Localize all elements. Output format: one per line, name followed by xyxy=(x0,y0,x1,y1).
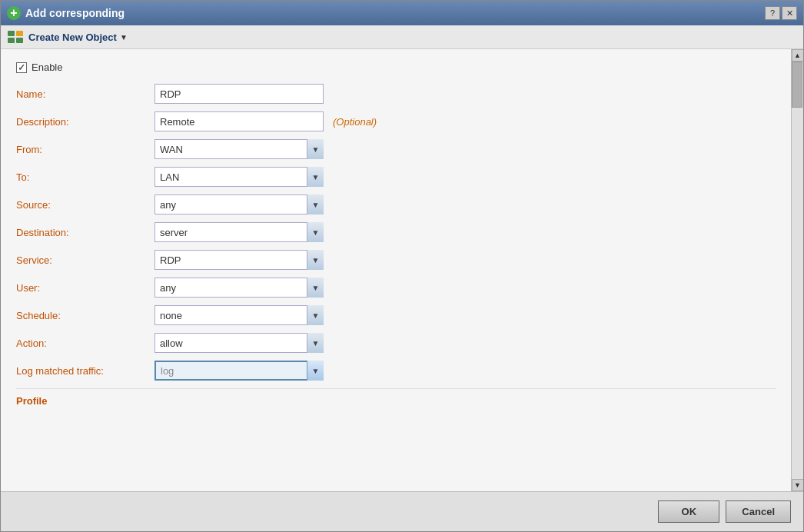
create-object-icon xyxy=(7,30,24,44)
to-row: To: LAN WAN any ▼ xyxy=(16,167,776,187)
optional-text: (Optional) xyxy=(333,116,377,128)
checkbox-check: ✓ xyxy=(18,62,25,73)
to-select-wrapper: LAN WAN any ▼ xyxy=(154,167,324,187)
enable-checkbox[interactable]: ✓ xyxy=(16,62,27,73)
dialog-title: Add corresponding xyxy=(25,7,125,19)
user-label: User: xyxy=(16,282,154,294)
ok-button[interactable]: OK xyxy=(658,500,719,523)
destination-select[interactable]: server any xyxy=(154,222,324,242)
service-label: Service: xyxy=(16,254,154,266)
create-new-object-button[interactable]: Create New Object ▼ xyxy=(28,32,128,43)
from-row: From: WAN LAN any ▼ xyxy=(16,139,776,159)
add-corresponding-dialog: + Add corresponding ? ✕ Create New Objec… xyxy=(0,0,804,532)
from-select[interactable]: WAN LAN any xyxy=(154,139,324,159)
create-new-object-label: Create New Object xyxy=(28,32,117,43)
schedule-select-wrapper: none daily ▼ xyxy=(154,305,324,325)
destination-label: Destination: xyxy=(16,227,154,238)
main-content: ✓ Enable Name: Description: (Optional) F… xyxy=(1,49,791,491)
from-label: From: xyxy=(16,144,154,155)
log-select-wrapper: log no log ▼ xyxy=(154,361,324,381)
source-select[interactable]: any server xyxy=(154,195,324,214)
scroll-up-arrow[interactable]: ▲ xyxy=(792,49,804,62)
help-button[interactable]: ? xyxy=(765,6,780,20)
user-select[interactable]: any admin xyxy=(154,278,324,298)
user-row: User: any admin ▼ xyxy=(16,278,776,298)
profile-section-label: Profile xyxy=(16,388,776,407)
dialog-add-icon: + xyxy=(7,6,21,20)
action-select-wrapper: allow deny reject ▼ xyxy=(154,333,324,353)
title-bar-controls: ? ✕ xyxy=(765,6,797,20)
schedule-select[interactable]: none daily xyxy=(154,305,324,325)
destination-select-wrapper: server any ▼ xyxy=(154,222,324,242)
svg-rect-0 xyxy=(8,31,15,36)
title-bar: + Add corresponding ? ✕ xyxy=(1,1,803,25)
schedule-row: Schedule: none daily ▼ xyxy=(16,305,776,325)
source-row: Source: any server ▼ xyxy=(16,195,776,214)
action-label: Action: xyxy=(16,337,154,349)
log-row: Log matched traffic: log no log ▼ xyxy=(16,361,776,381)
action-row: Action: allow deny reject ▼ xyxy=(16,333,776,353)
svg-rect-1 xyxy=(16,31,23,36)
description-row: Description: (Optional) xyxy=(16,111,776,131)
source-select-wrapper: any server ▼ xyxy=(154,195,324,214)
to-label: To: xyxy=(16,171,154,183)
log-label: Log matched traffic: xyxy=(16,365,154,377)
title-bar-left: + Add corresponding xyxy=(7,6,125,20)
close-button[interactable]: ✕ xyxy=(782,6,797,20)
scroll-down-arrow[interactable]: ▼ xyxy=(792,479,804,491)
user-select-wrapper: any admin ▼ xyxy=(154,278,324,298)
enable-label: Enable xyxy=(32,62,62,73)
toolbar: Create New Object ▼ xyxy=(1,25,803,49)
svg-rect-2 xyxy=(8,38,15,43)
source-label: Source: xyxy=(16,199,154,211)
schedule-label: Schedule: xyxy=(16,310,154,321)
log-select[interactable]: log no log xyxy=(154,361,324,381)
scroll-track xyxy=(792,62,803,479)
footer: OK Cancel xyxy=(1,491,803,531)
service-select-wrapper: RDP HTTP HTTPS any ▼ xyxy=(154,250,324,270)
service-select[interactable]: RDP HTTP HTTPS any xyxy=(154,250,324,270)
to-select[interactable]: LAN WAN any xyxy=(154,167,324,187)
description-label: Description: xyxy=(16,116,154,128)
enable-row: ✓ Enable xyxy=(16,62,776,73)
service-row: Service: RDP HTTP HTTPS any ▼ xyxy=(16,250,776,270)
scrollbar: ▲ ▼ xyxy=(791,49,803,491)
action-select[interactable]: allow deny reject xyxy=(154,333,324,353)
name-row: Name: xyxy=(16,84,776,104)
name-input[interactable] xyxy=(154,84,324,104)
name-label: Name: xyxy=(16,88,154,100)
create-dropdown-arrow: ▼ xyxy=(120,33,128,42)
from-select-wrapper: WAN LAN any ▼ xyxy=(154,139,324,159)
scroll-thumb[interactable] xyxy=(792,62,802,108)
destination-row: Destination: server any ▼ xyxy=(16,222,776,242)
svg-rect-3 xyxy=(16,38,23,43)
cancel-button[interactable]: Cancel xyxy=(726,500,791,523)
description-input[interactable] xyxy=(154,111,324,131)
content-area: ✓ Enable Name: Description: (Optional) F… xyxy=(1,49,803,491)
create-icon xyxy=(7,30,24,44)
